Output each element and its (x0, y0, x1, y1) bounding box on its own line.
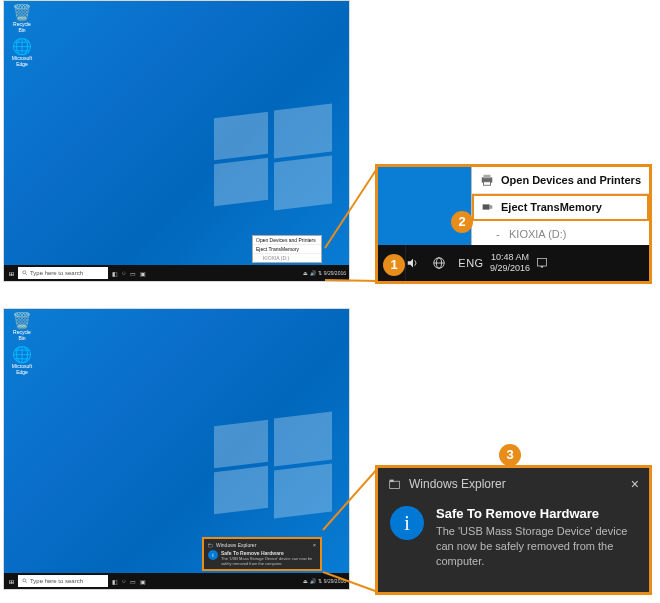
step-badge-1: 1 (383, 254, 405, 276)
step-badge-2: 2 (451, 211, 473, 233)
explorer-app-icon (388, 478, 401, 491)
svg-rect-6 (484, 182, 491, 186)
usb-drive-icon (480, 200, 494, 214)
svg-rect-16 (538, 259, 547, 267)
tray-audio-icon[interactable] (406, 256, 432, 270)
toast-title: Safe To Remove Hardware (436, 506, 637, 521)
svg-rect-7 (483, 204, 490, 209)
tray-time: 10:48 AM (490, 252, 530, 263)
svg-marker-17 (541, 266, 544, 268)
toast-close-button[interactable]: × (631, 476, 639, 492)
drive-label: KIOXIA (D:) (509, 228, 566, 240)
tray-network-icon-big[interactable] (432, 256, 458, 270)
open-devices-label: Open Devices and Printers (501, 174, 641, 186)
toast-message: The 'USB Mass Storage Device' device can… (436, 524, 637, 569)
eject-transmemory-label: Eject TransMemory (501, 201, 602, 213)
dash-icon: - (496, 228, 502, 240)
info-icon: i (390, 506, 424, 540)
toast-header: Windows Explorer × (378, 468, 649, 500)
svg-marker-12 (408, 259, 413, 268)
callout-toast[interactable]: Windows Explorer × i Safe To Remove Hard… (375, 465, 652, 595)
svg-rect-8 (490, 205, 493, 209)
svg-line-23 (323, 572, 378, 592)
tray-date-big: 9/29/2016 (490, 263, 530, 274)
tray-strip: ENG 10:48 AM 9/29/2016 (378, 245, 649, 281)
svg-rect-25 (390, 479, 394, 481)
tray-clock[interactable]: 10:48 AM 9/29/2016 (490, 252, 536, 274)
svg-line-3 (325, 280, 378, 281)
tray-action-center-icon[interactable] (536, 257, 554, 269)
tray-language[interactable]: ENG (458, 257, 484, 269)
printer-icon (480, 173, 494, 187)
step-badge-3: 3 (499, 444, 521, 466)
menu-eject-transmemory[interactable]: Eject TransMemory (472, 194, 649, 221)
callout-eject-menu: Open Devices and Printers Eject TransMem… (375, 164, 652, 284)
svg-line-2 (325, 167, 378, 248)
menu-open-devices[interactable]: Open Devices and Printers (472, 167, 649, 194)
toast-app-name: Windows Explorer (409, 477, 506, 491)
svg-line-22 (323, 468, 378, 530)
svg-rect-5 (484, 175, 491, 179)
svg-rect-24 (390, 481, 400, 488)
eject-context-menu: Open Devices and Printers Eject TransMem… (471, 167, 649, 245)
menu-drive-entry[interactable]: - KIOXIA (D:) (472, 221, 649, 247)
